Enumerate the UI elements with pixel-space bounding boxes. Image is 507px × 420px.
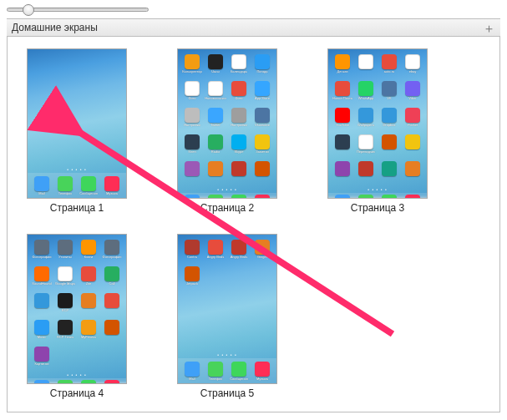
home-screens-panel: • • • • •MailТелефонСообщенияМузыкаСтран… <box>7 37 500 412</box>
app-label: Музыка <box>256 377 268 381</box>
app-label: Сообщения <box>230 377 248 381</box>
dock: MailТелефонСообщенияМузыка <box>28 173 126 198</box>
zoom-slider-thumb[interactable] <box>23 4 34 16</box>
apps-grid: ContraAngry BirdsAngry BirdsGingerJetpac… <box>178 235 276 352</box>
add-page-button[interactable]: ＋ <box>482 21 495 34</box>
app-icon <box>81 380 96 384</box>
app-icon <box>58 380 73 384</box>
app-icon <box>405 195 420 199</box>
app-icon-item: Jetpack <box>181 266 203 290</box>
page-label: Страница 4 <box>50 387 104 399</box>
dock: MailТелефонСообщенияМузыка <box>178 193 276 199</box>
app-icon <box>382 54 397 69</box>
dock-app: Телефон <box>205 195 226 199</box>
app-label: Напоминания <box>205 97 226 100</box>
app-label: Wallpapers <box>357 124 374 127</box>
app-icon <box>104 240 119 255</box>
app-icon-item: RCP <box>54 293 76 316</box>
app-icon <box>382 161 397 176</box>
dock-app: Mail <box>31 380 53 384</box>
app-label: WhatsApp <box>358 97 373 100</box>
app-icon <box>335 108 350 123</box>
home-screen-thumbnail[interactable]: КалькуляторЧасыКалендарьПогодаФотоНапоми… <box>177 48 277 199</box>
app-icon-item: Картинки <box>31 347 53 370</box>
app-icon <box>185 108 200 123</box>
page-item: ФотографииУтилитыКнигиФотографияSoundHou… <box>19 234 134 399</box>
home-screen-thumbnail[interactable]: • • • • •MailТелефонСообщенияМузыка <box>27 48 127 199</box>
app-label: Музыка <box>106 192 118 195</box>
app-icon <box>81 240 96 255</box>
app-icon-item: Утилиты <box>54 240 76 263</box>
app-icon <box>405 108 420 123</box>
app-icon-item: WhatsApp <box>355 81 377 104</box>
page-label: Страница 3 <box>351 202 404 214</box>
home-screen-thumbnail[interactable]: ContraAngry BirdsAngry BirdsGingerJetpac… <box>177 234 277 384</box>
app-label: Телефон <box>209 377 223 381</box>
app-icon-item <box>332 161 353 185</box>
app-icon <box>231 54 246 69</box>
app-label: Pocket <box>408 124 418 127</box>
app-icon <box>104 176 119 191</box>
app-icon <box>104 320 119 335</box>
app-icon-item: Angry Birds <box>205 240 226 263</box>
app-label: Vkontakte <box>255 124 270 127</box>
app-icon <box>185 240 200 255</box>
app-icon <box>358 81 373 96</box>
dock-app: Сообщения <box>228 362 250 381</box>
home-screen-thumbnail[interactable]: ФотографииУтилитыКнигиФотографияSoundHou… <box>27 234 127 384</box>
app-label: auto.ru <box>384 70 394 73</box>
app-icon-item: Dropbox <box>378 108 400 131</box>
section-title: Домашние экраны <box>12 22 98 33</box>
app-icon-item: Калькулятор <box>181 54 203 78</box>
page-label: Страница 2 <box>200 202 254 214</box>
app-icon <box>58 240 73 255</box>
app-icon <box>231 108 246 123</box>
app-icon <box>208 108 223 123</box>
app-icon <box>81 266 96 281</box>
app-icon <box>358 54 373 69</box>
app-icon-item: Call <box>101 266 123 290</box>
zoom-slider[interactable] <box>7 8 149 12</box>
app-icon-item: Погода <box>251 54 273 78</box>
app-icon <box>255 81 270 96</box>
page-item: • • • • •MailТелефонСообщенияМузыкаСтран… <box>19 48 134 214</box>
app-icon <box>255 54 270 69</box>
app-icon-item: Contra <box>181 240 203 263</box>
app-icon <box>208 81 223 96</box>
app-label: Google Maps <box>55 282 75 286</box>
app-icon-item: Music <box>31 320 53 343</box>
app-icon <box>208 195 223 199</box>
app-icon <box>358 108 373 123</box>
page-dots: • • • • • <box>28 166 126 173</box>
app-icon-item: VK <box>378 81 400 104</box>
page-item: КалькуляторЧасыКалендарьПогодаФотоНапоми… <box>170 48 285 214</box>
app-icon <box>34 293 49 308</box>
app-icon-item: MyFitness <box>78 320 99 343</box>
app-icon-item: Skype <box>228 134 250 158</box>
app-icon-item: Angry Birds <box>228 240 250 263</box>
app-icon-item: Google Maps <box>54 266 76 290</box>
app-label: Деньги <box>337 70 348 73</box>
home-screen-thumbnail[interactable]: Деньгиauto.ruebayНовая ПочтаWhatsAppVKVi… <box>327 48 428 199</box>
app-label: Фотография <box>103 256 122 259</box>
app-label: SoundHound <box>32 282 51 286</box>
app-icon <box>58 176 73 191</box>
app-icon <box>185 362 200 377</box>
app-icon-item <box>355 54 377 78</box>
page-dots: • • • • • <box>178 352 276 358</box>
dock: MailТелефонСообщенияМузыка <box>28 378 126 384</box>
app-label: Ginger <box>257 256 267 259</box>
app-label: Сообщения <box>79 192 98 195</box>
dock-app: Музыка <box>251 195 273 199</box>
app-icon <box>255 240 270 255</box>
app-label: Фото <box>235 97 242 100</box>
app-icon <box>382 195 397 199</box>
app-icon <box>185 195 200 199</box>
app-icon <box>185 54 200 69</box>
app-icon <box>34 347 49 362</box>
dock-app: Музыка <box>402 195 423 199</box>
app-icon-item: Vkontakte <box>251 108 273 131</box>
app-icon-item: SoundHound <box>31 266 53 290</box>
app-icon <box>358 161 373 176</box>
app-label: Call <box>109 282 115 286</box>
